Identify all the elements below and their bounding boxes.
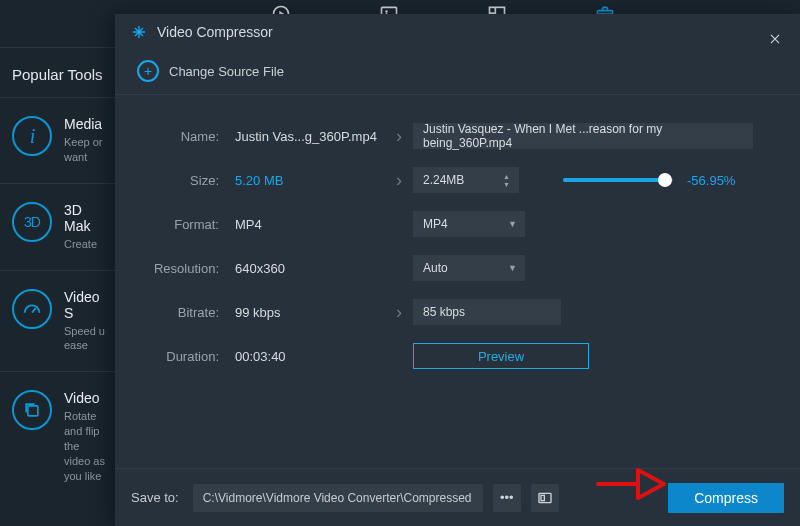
3d-icon: 3D (12, 202, 52, 242)
copy-icon (12, 390, 52, 430)
arrow-icon: › (385, 170, 413, 191)
svg-rect-7 (541, 495, 544, 500)
name-input[interactable]: Justin Vasquez - When I Met ...reason fo… (413, 123, 753, 149)
label-duration: Duration: (125, 349, 235, 364)
current-format: MP4 (235, 217, 385, 232)
left-sidebar: Popular Tools i Media Keep or want 3D 3D… (0, 0, 115, 526)
tool-subtitle: Rotate and flip the video as you like (64, 409, 105, 483)
row-bitrate: Bitrate: 99 kbps › 85 kbps (125, 299, 784, 325)
label-name: Name: (125, 129, 235, 144)
video-compressor-dialog: Video Compressor + Change Source File Na… (115, 14, 800, 526)
label-bitrate: Bitrate: (125, 305, 235, 320)
sidebar-item-rotate[interactable]: Video Rotate and flip the video as you l… (0, 372, 115, 501)
tool-subtitle: Create (64, 237, 105, 252)
dialog-footer: Save to: C:\Vidmore\Vidmore Video Conver… (115, 468, 800, 526)
tool-subtitle: Speed u ease (64, 324, 105, 354)
popular-tools-header: Popular Tools (0, 48, 115, 98)
current-size: 5.20 MB (235, 173, 385, 188)
row-resolution: Resolution: 640x360 › Auto▼ (125, 255, 784, 281)
sidebar-item-speed[interactable]: Video S Speed u ease (0, 271, 115, 373)
info-icon: i (12, 116, 52, 156)
resolution-select[interactable]: Auto▼ (413, 255, 525, 281)
tool-subtitle: Keep or want (64, 135, 105, 165)
sidebar-item-3d[interactable]: 3D 3D Mak Create (0, 184, 115, 271)
tool-title: Video (64, 390, 105, 406)
save-path-input[interactable]: C:\Vidmore\Vidmore Video Converter\Compr… (193, 484, 483, 512)
close-button[interactable] (764, 28, 786, 50)
svg-rect-5 (28, 406, 38, 416)
save-to-label: Save to: (131, 490, 179, 505)
size-input[interactable]: 2.24MB ▲▼ (413, 167, 519, 193)
current-resolution: 640x360 (235, 261, 385, 276)
sidebar-item-media[interactable]: i Media Keep or want (0, 98, 115, 184)
current-name: Justin Vas...g_360P.mp4 (235, 129, 385, 144)
row-name: Name: Justin Vas...g_360P.mp4 › Justin V… (125, 123, 784, 149)
bitrate-input[interactable]: 85 kbps (413, 299, 561, 325)
more-button[interactable]: ••• (493, 484, 521, 512)
preview-button[interactable]: Preview (413, 343, 589, 369)
format-select[interactable]: MP4▼ (413, 211, 525, 237)
label-format: Format: (125, 217, 235, 232)
size-spinner[interactable]: ▲▼ (503, 169, 515, 191)
current-bitrate: 99 kbps (235, 305, 385, 320)
change-source-file[interactable]: + Change Source File (115, 50, 800, 95)
compress-button[interactable]: Compress (668, 483, 784, 513)
label-resolution: Resolution: (125, 261, 235, 276)
arrow-icon: › (385, 302, 413, 323)
arrow-icon: › (385, 126, 413, 147)
dialog-titlebar: Video Compressor (115, 14, 800, 50)
row-format: Format: MP4 › MP4▼ (125, 211, 784, 237)
size-slider[interactable] (563, 178, 673, 182)
size-delta: -56.95% (687, 173, 735, 188)
label-size: Size: (125, 173, 235, 188)
gauge-icon (12, 289, 52, 329)
row-size: Size: 5.20 MB › 2.24MB ▲▼ -56.95% (125, 167, 784, 193)
dialog-title: Video Compressor (157, 24, 273, 40)
compressor-logo-icon (131, 24, 147, 40)
open-folder-button[interactable] (531, 484, 559, 512)
current-duration: 00:03:40 (235, 349, 385, 364)
row-duration: Duration: 00:03:40 › Preview (125, 343, 784, 369)
svg-point-2 (385, 10, 388, 13)
tool-title: Media (64, 116, 105, 132)
plus-icon: + (137, 60, 159, 82)
change-source-label: Change Source File (169, 64, 284, 79)
tool-title: Video S (64, 289, 105, 321)
tool-title: 3D Mak (64, 202, 105, 234)
